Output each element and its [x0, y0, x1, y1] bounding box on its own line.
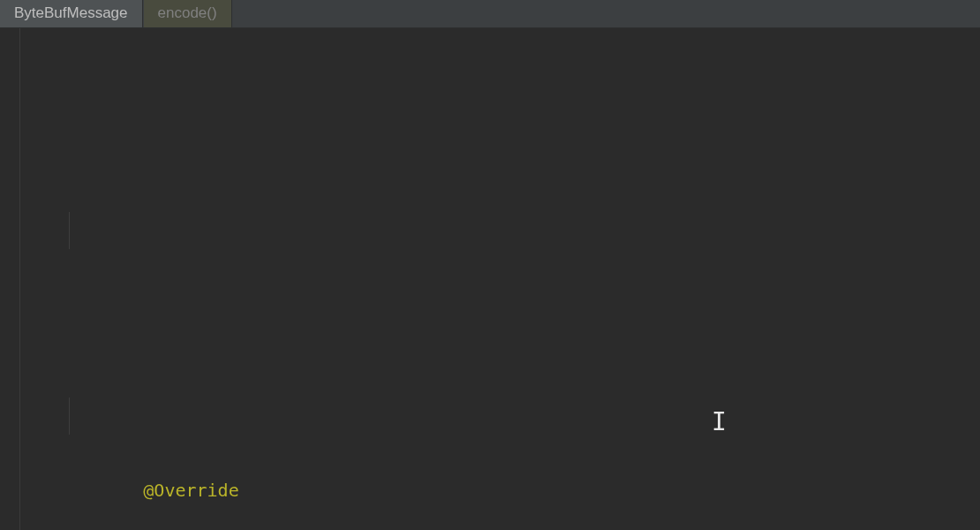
editor-root: ByteBufMessage encode() @Override o publ… — [0, 0, 980, 530]
code-editor[interactable]: @Override o public byte[] encode() { Byt… — [0, 28, 980, 530]
annotation: @Override — [143, 480, 238, 501]
breadcrumb-class[interactable]: ByteBufMessage — [0, 0, 143, 27]
breadcrumb-bar: ByteBufMessage encode() — [0, 0, 980, 28]
code-line[interactable]: @Override — [0, 398, 980, 435]
breadcrumb-method[interactable]: encode() — [144, 0, 232, 27]
code-line[interactable] — [0, 212, 980, 249]
code-lines: @Override o public byte[] encode() { Byt… — [0, 64, 980, 530]
